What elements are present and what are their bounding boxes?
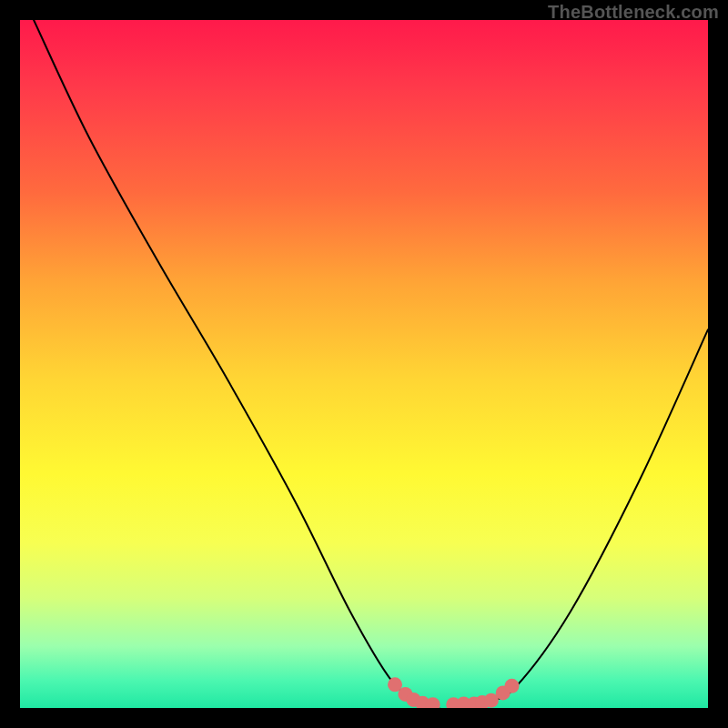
highlight-dots	[388, 677, 520, 708]
watermark-text: TheBottleneck.com	[548, 2, 719, 23]
bottleneck-curve	[34, 20, 708, 708]
plot-area	[20, 20, 708, 708]
highlight-dot	[505, 679, 520, 693]
curve-layer	[34, 20, 708, 708]
chart-frame: TheBottleneck.com	[0, 0, 728, 728]
chart-svg	[20, 20, 708, 708]
